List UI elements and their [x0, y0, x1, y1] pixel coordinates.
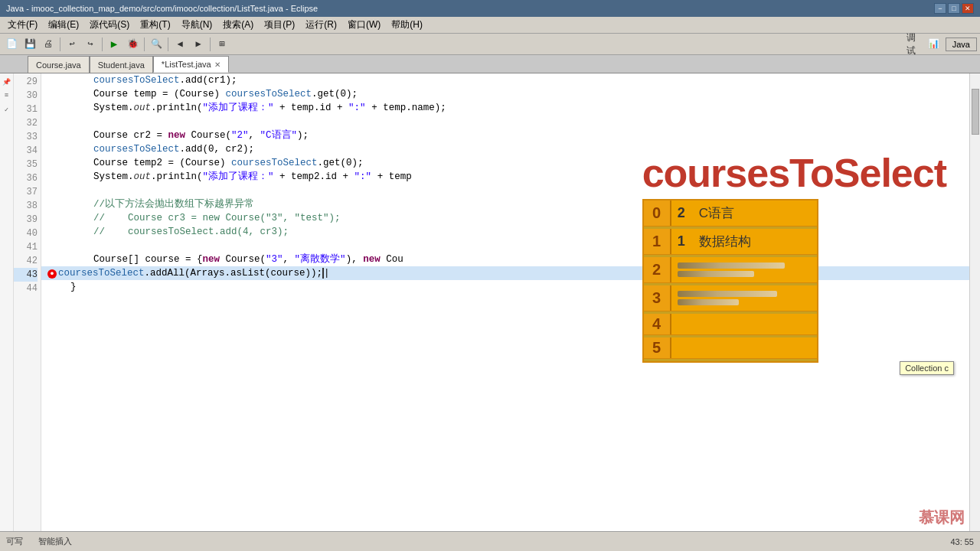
blur-line-2b: [678, 271, 754, 277]
menu-file[interactable]: 文件(F): [3, 17, 42, 33]
side-panel: 📌 ≡ ✓: [0, 73, 14, 531]
tab-course[interactable]: Course.java: [28, 56, 90, 73]
toolbar-right: 调试 📊 Java: [906, 36, 977, 53]
line-num-31: 31: [14, 103, 38, 116]
line-num-40: 40: [14, 227, 38, 240]
redo-button[interactable]: ↪: [82, 36, 99, 53]
coll-row-0: 0 2 C语言: [644, 201, 817, 227]
tab-student[interactable]: Student.java: [90, 56, 153, 73]
code-area[interactable]: coursesToSelect.add(cr1); Course temp = …: [41, 73, 969, 531]
toolbar-sep-4: [168, 37, 168, 51]
menu-window[interactable]: 窗口(W): [343, 17, 385, 33]
toolbar-sep-1: [60, 37, 60, 51]
prev-button[interactable]: ◀: [172, 36, 188, 53]
coll-name-0: C语言: [699, 204, 734, 222]
coll-data-5: [671, 337, 817, 358]
coll-row-3: 3: [644, 285, 817, 311]
scrollbar-vertical[interactable]: [969, 73, 980, 531]
code-line-32: [41, 115, 969, 129]
blur-line-3a: [678, 291, 777, 297]
menu-run[interactable]: 运行(R): [301, 17, 341, 33]
menu-refactor[interactable]: 重构(T): [136, 17, 175, 33]
line-num-38: 38: [14, 199, 38, 213]
coll-id-1: 1: [678, 233, 693, 249]
coll-row-4: 4: [644, 314, 817, 335]
coll-blurred-3: [671, 285, 783, 311]
tab-close-icon[interactable]: ✕: [214, 60, 220, 69]
coll-bar-5: [644, 359, 817, 361]
coll-blurred-2: [671, 257, 791, 282]
java-perspective-button[interactable]: Java: [946, 37, 977, 51]
error-marker-icon: ●: [47, 269, 57, 279]
coll-idx-4: 4: [644, 314, 671, 334]
coll-data-1: 1 数据结构: [671, 229, 817, 254]
debug-button[interactable]: 🐞: [124, 36, 141, 53]
tab-listtest-label: *ListTest.java: [162, 60, 211, 69]
coll-row-5: 5: [644, 337, 817, 359]
code-line-31: System.out.println("添加了课程：" + temp.id + …: [41, 101, 969, 115]
line-num-36: 36: [14, 171, 38, 185]
new-button[interactable]: 📄: [3, 36, 20, 53]
status-bar: 可写 智能插入 43: 55: [0, 531, 980, 551]
coll-idx-1: 1: [644, 229, 671, 254]
coll-idx-5: 5: [644, 337, 671, 358]
coll-name-1: 数据结构: [699, 233, 751, 250]
outline-icon: ≡: [2, 90, 12, 101]
coll-row-2: 2: [644, 257, 817, 283]
line-num-42: 42: [14, 254, 38, 268]
collection-tooltip: coursesToSelect 0 2 C语言 1 1 数: [642, 150, 946, 363]
menu-edit[interactable]: 编辑(E): [44, 17, 83, 33]
maximize-button[interactable]: □: [948, 3, 960, 14]
line-num-39: 39: [14, 213, 38, 227]
tasks-icon: ✓: [2, 104, 12, 115]
line-num-32: 32: [14, 116, 38, 130]
code-line-29: coursesToSelect.add(cr1);: [41, 73, 969, 87]
code-line-30: Course temp = (Course) coursesToSelect.g…: [41, 87, 969, 101]
coll-data-4: [671, 314, 817, 334]
toolbar: 📄 💾 🖨 ↩ ↪ ▶ 🐞 🔍 ◀ ▶ ⊞ 调试 📊 Java: [0, 34, 980, 55]
search-button[interactable]: 🔍: [148, 36, 165, 53]
tab-listtest[interactable]: *ListTest.java ✕: [153, 56, 229, 73]
status-insert-mode: 智能插入: [38, 536, 72, 547]
run-button[interactable]: ▶: [106, 36, 122, 53]
status-right: 43: 55: [950, 537, 974, 546]
window-controls[interactable]: − □ ✕: [934, 3, 974, 14]
coll-data-0: 2 C语言: [671, 201, 817, 226]
menu-navigate[interactable]: 导航(N): [177, 17, 217, 33]
next-button[interactable]: ▶: [190, 36, 207, 53]
save-button[interactable]: 💾: [21, 36, 38, 53]
line-num-35: 35: [14, 158, 38, 171]
scrollbar-thumb[interactable]: [972, 89, 979, 135]
layout-button[interactable]: ⊞: [214, 36, 230, 53]
line-numbers: 29 30 31 32 33 34 35 36 37 38 39 40 41 4…: [14, 73, 41, 531]
undo-button[interactable]: ↩: [64, 36, 80, 53]
close-button[interactable]: ✕: [962, 3, 974, 14]
minimize-button[interactable]: −: [934, 3, 946, 14]
menu-project[interactable]: 项目(P): [260, 17, 299, 33]
coll-id-0: 2: [678, 205, 693, 221]
menu-bar: 文件(F) 编辑(E) 源代码(S) 重构(T) 导航(N) 搜索(A) 项目(…: [0, 17, 980, 34]
collection-title: coursesToSelect: [642, 150, 946, 196]
coll-row-1: 1 1 数据结构: [644, 229, 817, 255]
line-num-34: 34: [14, 144, 38, 158]
tab-course-label: Course.java: [36, 60, 81, 70]
status-writable: 可写: [6, 536, 23, 547]
title-text: Java - imooc_collection_map_demo/src/com…: [6, 4, 318, 13]
collection-table: 0 2 C语言 1 1 数据结构: [642, 199, 818, 363]
menu-help[interactable]: 帮助(H): [387, 17, 427, 33]
print-button[interactable]: 🖨: [40, 36, 57, 53]
line-num-41: 41: [14, 240, 38, 254]
menu-source[interactable]: 源代码(S): [85, 17, 134, 33]
toolbar-sep-3: [144, 37, 145, 51]
title-bar: Java - imooc_collection_map_demo/src/com…: [0, 0, 980, 17]
overview-button[interactable]: 📊: [926, 36, 942, 53]
coll-idx-2: 2: [644, 257, 671, 282]
bookmark-icon: 📌: [2, 77, 12, 87]
blur-line-3b: [678, 299, 739, 305]
line-num-44: 44: [14, 282, 38, 295]
menu-search[interactable]: 搜索(A): [218, 17, 258, 33]
line-num-37: 37: [14, 185, 38, 199]
blur-line-2a: [678, 262, 785, 269]
debug-mode-button[interactable]: 调试: [906, 36, 923, 53]
tab-student-label: Student.java: [98, 60, 145, 70]
